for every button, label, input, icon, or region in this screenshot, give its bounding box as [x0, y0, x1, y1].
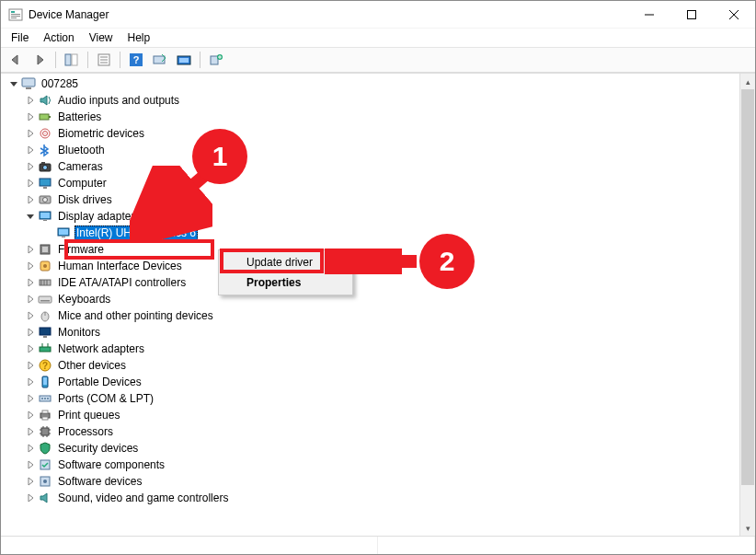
tree-category[interactable]: IDE ATA/ATAPI controllers	[5, 274, 739, 291]
menu-help[interactable]: Help	[121, 30, 157, 45]
svg-point-69	[47, 398, 49, 399]
minimize-button[interactable]	[628, 1, 670, 29]
tree-twisty-closed-icon[interactable]	[23, 112, 38, 121]
display-icon	[38, 209, 52, 224]
tree-category-label: Display adapters	[56, 210, 142, 223]
tree-category[interactable]: Processors	[5, 423, 739, 440]
menu-action[interactable]: Action	[37, 30, 80, 45]
tree-category-label: IDE ATA/ATAPI controllers	[56, 276, 188, 289]
tree-category[interactable]: Firmware	[5, 241, 739, 258]
status-cell	[378, 537, 755, 554]
tree-category[interactable]: Human Interface Devices	[5, 258, 739, 274]
keyboard-icon	[38, 292, 52, 306]
tree-twisty-closed-icon[interactable]	[23, 261, 38, 271]
svg-rect-1	[11, 11, 15, 13]
tree-root-label: 007285	[40, 77, 80, 90]
svg-rect-3	[11, 16, 20, 17]
tree-twisty-closed-icon[interactable]	[23, 295, 38, 304]
tree-category[interactable]: Bluetooth	[5, 142, 739, 158]
scroll-thumb[interactable]	[741, 89, 754, 485]
tree-twisty-open-icon[interactable]	[23, 212, 38, 221]
tree-twisty-closed-icon[interactable]	[23, 344, 38, 353]
status-cell	[1, 537, 378, 554]
tree-twisty-closed-icon[interactable]	[23, 179, 38, 188]
tree-twisty-closed-icon[interactable]	[23, 328, 38, 337]
maximize-button[interactable]	[670, 1, 713, 29]
tree-category-label: Processors	[56, 425, 115, 438]
audio-icon	[38, 93, 52, 108]
tree-twisty-closed-icon[interactable]	[23, 129, 38, 138]
tree-category[interactable]: Ports (COM & LPT)	[5, 390, 739, 407]
close-button[interactable]	[713, 1, 755, 29]
tree-category[interactable]: Portable Devices	[5, 374, 739, 390]
tree-twisty-closed-icon[interactable]	[23, 278, 38, 287]
tree-category[interactable]: Print queues	[5, 407, 739, 423]
nav-back-button[interactable]	[5, 50, 27, 70]
nav-forward-button[interactable]	[29, 50, 51, 70]
tree-category[interactable]: Monitors	[5, 324, 739, 341]
tree-category[interactable]: Cameras	[5, 158, 739, 175]
client-area: 007285 Audio inputs and outputs Batterie…	[1, 73, 755, 536]
svg-rect-25	[26, 87, 31, 89]
tree-category[interactable]: ? Other devices	[5, 357, 739, 374]
tree-twisty-closed-icon[interactable]	[23, 96, 38, 105]
properties-button[interactable]	[93, 50, 115, 70]
tree-twisty-closed-icon[interactable]	[23, 162, 38, 171]
tree-twisty-closed-icon[interactable]	[23, 460, 38, 469]
tree-category[interactable]: Network adapters	[5, 341, 739, 357]
menu-file[interactable]: File	[5, 30, 35, 45]
tree-category[interactable]: Batteries	[5, 109, 739, 125]
ctx-properties[interactable]: Properties	[221, 272, 350, 293]
titlebar: Device Manager	[1, 1, 755, 29]
tree-category[interactable]: Audio inputs and outputs	[5, 92, 739, 109]
computer-icon	[38, 176, 52, 191]
scroll-up-button[interactable]: ▴	[740, 74, 755, 89]
tree-twisty-closed-icon[interactable]	[23, 361, 38, 370]
add-legacy-button[interactable]	[205, 50, 227, 70]
tree-twisty-closed-icon[interactable]	[23, 195, 38, 204]
tree-twisty-closed-icon[interactable]	[23, 444, 38, 453]
tree-category[interactable]: Biometric devices	[5, 125, 739, 142]
tree-twisty-closed-icon[interactable]	[23, 245, 38, 254]
device-tree[interactable]: 007285 Audio inputs and outputs Batterie…	[1, 74, 739, 536]
tree-twisty-closed-icon[interactable]	[23, 477, 38, 486]
tree-category-label: Security devices	[56, 442, 140, 455]
tree-category[interactable]: Computer	[5, 175, 739, 191]
tree-category[interactable]: Keyboards	[5, 291, 739, 307]
context-menu: Update driver Properties	[218, 249, 353, 295]
ctx-update-driver[interactable]: Update driver	[221, 252, 350, 272]
tree-category[interactable]: Mice and other pointing devices	[5, 307, 739, 324]
bluetooth-icon	[38, 143, 52, 157]
tree-twisty-closed-icon[interactable]	[23, 145, 38, 155]
tree-category[interactable]: Software components	[5, 457, 739, 473]
menu-view[interactable]: View	[83, 30, 120, 45]
svg-rect-39	[40, 213, 50, 218]
update-driver-button[interactable]	[173, 50, 195, 70]
svg-rect-34	[40, 179, 51, 186]
tree-category[interactable]: Disk drives	[5, 191, 739, 208]
scroll-down-button[interactable]: ▾	[740, 520, 755, 536]
tree-twisty-closed-icon[interactable]	[23, 394, 38, 403]
sound-icon	[38, 491, 52, 505]
tree-device[interactable]: Intel(R) UHD Graphics 6	[5, 225, 739, 241]
tree-twisty-closed-icon[interactable]	[23, 377, 38, 387]
tree-category[interactable]: Sound, video and game controllers	[5, 490, 739, 506]
help-button[interactable]: ?	[125, 50, 147, 70]
tree-root[interactable]: 007285	[5, 75, 739, 92]
tree-twisty-closed-icon[interactable]	[23, 427, 38, 436]
scan-hardware-button[interactable]	[149, 50, 171, 70]
tree-twisty-closed-icon[interactable]	[23, 493, 38, 503]
tree-twisty-closed-icon[interactable]	[23, 311, 38, 320]
vertical-scrollbar[interactable]: ▴ ▾	[739, 74, 755, 536]
tree-twisty-closed-icon[interactable]	[23, 410, 38, 420]
tree-category[interactable]: Display adapters	[5, 208, 739, 225]
display-icon	[56, 225, 71, 240]
show-hidden-button[interactable]	[61, 50, 83, 70]
svg-point-37	[43, 198, 48, 202]
tree-twisty-open-icon[interactable]	[6, 79, 21, 88]
tree-category[interactable]: Software devices	[5, 473, 739, 490]
svg-point-32	[43, 166, 48, 170]
toolbar-separator	[87, 52, 88, 68]
svg-point-30	[45, 133, 46, 134]
tree-category[interactable]: Security devices	[5, 440, 739, 457]
